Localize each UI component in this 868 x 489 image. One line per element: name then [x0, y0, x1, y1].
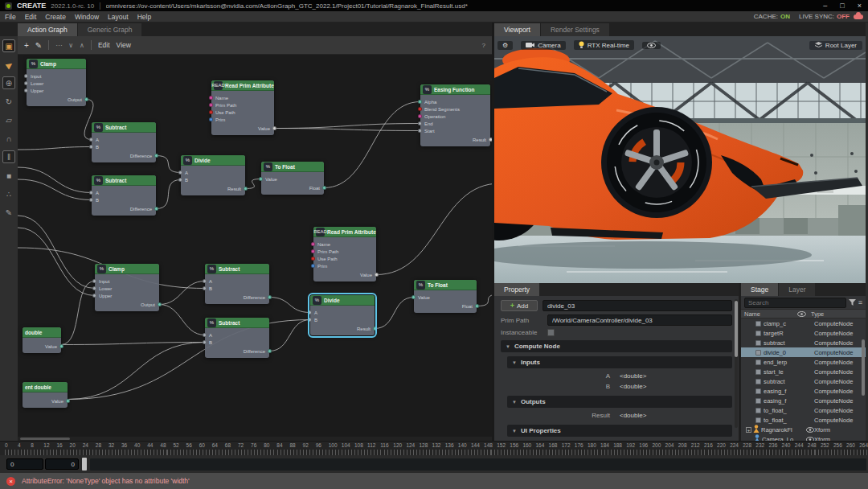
- output-port[interactable]: Difference: [92, 152, 156, 159]
- prim-name-field[interactable]: [542, 300, 732, 311]
- more-options-icon[interactable]: ⋯: [55, 42, 62, 49]
- menu-window[interactable]: Window: [75, 13, 99, 21]
- input-port[interactable]: B: [92, 143, 156, 150]
- input-port[interactable]: B: [181, 176, 245, 183]
- chevron-up-icon[interactable]: ∧: [80, 42, 84, 49]
- tab-action-graph[interactable]: Action Graph: [18, 23, 77, 36]
- input-port[interactable]: Blend Segments: [420, 105, 490, 113]
- prim-path-field[interactable]: [547, 314, 732, 326]
- input-port[interactable]: Alpha: [420, 98, 490, 105]
- graph-edit-menu[interactable]: Edit: [98, 41, 110, 49]
- input-port[interactable]: Use Path: [211, 109, 274, 116]
- input-port[interactable]: Prim: [211, 116, 274, 123]
- column-type[interactable]: Type: [811, 310, 862, 318]
- tab-viewport[interactable]: Viewport: [494, 23, 540, 36]
- input-port[interactable]: Value: [414, 294, 477, 301]
- input-port[interactable]: Upper: [95, 292, 159, 299]
- menu-create[interactable]: Create: [45, 13, 66, 21]
- input-port[interactable]: Start: [420, 127, 490, 134]
- add-node-button[interactable]: +: [24, 41, 29, 50]
- input-port[interactable]: Lower: [95, 285, 159, 292]
- pause-tool[interactable]: ‖: [2, 150, 15, 163]
- live-sync-status[interactable]: LIVE SYNC: OFF: [799, 13, 863, 20]
- input-port[interactable]: A: [92, 136, 156, 143]
- graph-canvas[interactable]: %ClampInputLowerUpperOutput%SubtractABDi…: [18, 55, 492, 441]
- input-port[interactable]: B: [205, 285, 269, 292]
- stage-row-RagnarokFl[interactable]: +RagnarokFlXform: [741, 425, 866, 434]
- input-port[interactable]: A: [181, 169, 245, 176]
- snap-tool[interactable]: ∩: [2, 132, 15, 145]
- minimize-button[interactable]: –: [823, 0, 827, 11]
- graph-node-read-prim-attribute[interactable]: READRead Prim AttributeNamePrim PathUse …: [313, 227, 376, 281]
- output-port[interactable]: Float: [414, 302, 477, 310]
- stage-row-subtract[interactable]: subtractComputeNode: [741, 376, 866, 386]
- stage-row-divide_0[interactable]: divide_0ComputeNode: [741, 347, 866, 357]
- output-port[interactable]: Value: [313, 271, 376, 278]
- graph-node-clamp[interactable]: %ClampInputLowerUpperOutput: [95, 264, 159, 311]
- stage-row-start_le[interactable]: start_leComputeNode: [741, 367, 866, 376]
- input-port[interactable]: A: [310, 309, 375, 316]
- input-port[interactable]: B: [92, 196, 156, 203]
- input-port[interactable]: B: [205, 339, 269, 346]
- rotate-tool[interactable]: ↻: [2, 95, 15, 108]
- current-frame-field[interactable]: 0: [6, 458, 43, 470]
- graph-node-ent-double[interactable]: ent doubleValue: [23, 382, 68, 408]
- scale-tool[interactable]: ▱: [2, 113, 15, 126]
- input-port[interactable]: Prim Path: [211, 101, 274, 109]
- input-port[interactable]: Operation: [420, 113, 490, 120]
- menu-edit[interactable]: Edit: [25, 13, 37, 21]
- stage-row-to_float_[interactable]: to_float_ComputeNode: [741, 415, 866, 425]
- input-port[interactable]: Upper: [27, 87, 86, 94]
- output-port[interactable]: Difference: [92, 205, 156, 212]
- input-port[interactable]: Name: [211, 94, 274, 101]
- add-property-button[interactable]: + Add: [501, 300, 538, 311]
- close-button[interactable]: ×: [858, 0, 862, 11]
- menu-file[interactable]: File: [5, 13, 16, 21]
- graph-node-subtract[interactable]: %SubtractABDifference: [205, 318, 269, 358]
- stage-column-header[interactable]: Name Type: [741, 309, 866, 318]
- pan-tool[interactable]: ⊕: [2, 76, 15, 89]
- output-port[interactable]: Value: [211, 125, 274, 132]
- edit-graph-icon[interactable]: ✎: [35, 41, 42, 50]
- graph-node-subtract[interactable]: %SubtractABDifference: [205, 264, 269, 304]
- stage-scrollbar[interactable]: [862, 339, 865, 396]
- root-layer-button[interactable]: Root Layer: [809, 41, 862, 50]
- brush-tool[interactable]: ✎: [2, 206, 15, 219]
- graph-node-divide[interactable]: %DivideABResult: [181, 155, 245, 195]
- expand-icon[interactable]: +: [746, 427, 751, 433]
- output-port[interactable]: Output: [27, 96, 86, 103]
- section-outputs[interactable]: ▼ Outputs: [507, 396, 732, 408]
- input-port[interactable]: Use Path: [313, 255, 376, 262]
- graph-node-divide[interactable]: %DivideABResult: [310, 295, 375, 335]
- stage-row-targetR[interactable]: targetRComputeNode: [741, 328, 866, 338]
- graph-node-easing-function[interactable]: %Easing FunctionAlphaBlend SegmentsOpera…: [420, 84, 490, 146]
- stage-row-easing_f[interactable]: easing_fComputeNode: [741, 396, 866, 405]
- tab-render-settings[interactable]: Render Settings: [541, 23, 609, 36]
- graph-node-to-float[interactable]: %To FloatValueFloat: [414, 280, 477, 313]
- camera-selector[interactable]: Camera: [521, 41, 565, 50]
- visibility-button[interactable]: [642, 42, 661, 49]
- section-ui-properties[interactable]: ▼ UI Properties: [507, 425, 732, 437]
- input-port[interactable]: Value: [261, 175, 324, 183]
- renderer-selector[interactable]: RTX Real-time: [574, 40, 634, 50]
- input-port[interactable]: A: [205, 277, 269, 285]
- input-port[interactable]: A: [92, 189, 156, 196]
- tab-property[interactable]: Property: [494, 283, 539, 296]
- output-port[interactable]: Difference: [205, 294, 269, 301]
- select-box-tool[interactable]: ▣: [2, 39, 15, 52]
- output-port[interactable]: Difference: [205, 347, 269, 355]
- menu-layout[interactable]: Layout: [108, 13, 129, 21]
- column-name[interactable]: Name: [744, 310, 797, 318]
- stage-row-subtract[interactable]: subtractComputeNode: [741, 338, 866, 347]
- timeline-scrubber-handle[interactable]: [82, 458, 87, 471]
- graph-node-clamp[interactable]: %ClampInputLowerUpperOutput: [27, 59, 86, 106]
- output-port[interactable]: Output: [95, 301, 159, 308]
- output-port[interactable]: Value: [23, 397, 68, 405]
- timeline-ruler[interactable]: 0481216202428323640444852566064687276808…: [0, 441, 868, 455]
- stage-search-input[interactable]: [744, 298, 846, 308]
- options-icon[interactable]: ≡: [858, 298, 862, 306]
- tab-generic-graph[interactable]: Generic Graph: [78, 23, 142, 36]
- graph-node-subtract[interactable]: %SubtractABDifference: [92, 175, 156, 216]
- output-port[interactable]: Result: [310, 325, 375, 332]
- stage-row-clamp_c[interactable]: clamp_cComputeNode: [741, 318, 866, 328]
